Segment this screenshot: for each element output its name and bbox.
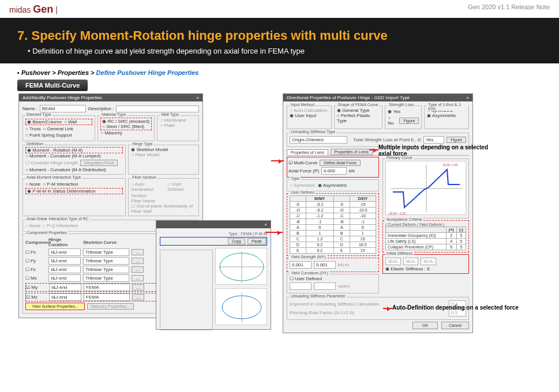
name-label: Name : [22,106,37,111]
axial-force-input[interactable]: 0.000 [321,167,347,175]
tspe-select[interactable]: Yes [423,136,444,144]
tab-jend[interactable]: Properties of J-end [331,149,373,155]
tej-asym[interactable]: Asymmetric [427,113,466,118]
mat-steel[interactable]: Steel / SRC (filled) [102,124,150,129]
tspe-figure-btn[interactable]: Figure [447,137,466,143]
breadcrumb: Pushover > Properties > Define Pushover … [0,63,559,80]
sl-no[interactable]: No [388,115,397,126]
sl-yes[interactable]: Yes [388,109,400,114]
shape-general[interactable]: General Type [337,108,380,113]
type-asym[interactable]: Asymmetric [318,183,347,188]
ami-pmm[interactable]: P-M-M in Status Determination [25,188,123,194]
ami-pm[interactable]: P-M Interaction [43,182,78,187]
svg-text:15.00 / 1.20: 15.00 / 1.20 [442,163,458,167]
interaction-surface [215,288,267,325]
shape-pp[interactable]: Perfect Plastic Type [337,113,380,123]
win-mid-title: × [156,221,271,228]
ok-button[interactable]: OK [412,322,438,329]
page-subtitle: Definition of hinge curve and yield stre… [17,47,542,55]
fema-tag: FEMA Multi-Curve [17,80,88,91]
masonry-btn: Masonry Properties... [87,303,134,310]
yc-ud-chk[interactable]: User Defined [290,276,376,281]
ys-neg[interactable]: 0.001 [314,261,336,269]
def-m-rot[interactable]: Moment - Rotation (M-θ) [25,147,123,153]
page-title: 7. Specify Moment-Rotation hinge propert… [17,28,542,43]
paste-btn[interactable]: Paste [247,238,266,244]
hinge-skel[interactable]: Skeleton Model [131,147,196,152]
define-axial-btn[interactable]: Define Axial Force [320,160,361,166]
arrow-2 [271,160,284,161]
ami-none[interactable]: None [25,182,40,187]
svg-text:-15.00 / -1.20: -15.00 / -1.20 [388,212,406,215]
tab-iend[interactable]: Properties of I-end [287,149,328,155]
ud-table: M/MYD/DY -E-0.2-E-15-D-0.2-D-10.5-C-1.2-… [290,195,376,254]
ust-select[interactable]: Origin-Oriented [290,136,347,144]
comp-Fy[interactable]: Fy [25,258,46,263]
comp-Mz[interactable]: Mz [26,295,47,300]
release-note-label: Gen 2020 v1.1 Release Note [468,3,550,16]
mat-rc[interactable]: RC / SRC (encased) [102,119,150,124]
sl-figure-btn[interactable]: Figure [399,118,419,124]
arrow-1 [265,232,283,233]
interaction-curve [215,248,267,285]
def-m-dist[interactable]: Moment - Curvature (M-θ Distributed) [25,167,123,172]
comp-Mx[interactable]: Mx [25,276,46,281]
copy-btn[interactable]: Copy [228,238,245,244]
elem-truss[interactable]: Truss [25,126,41,131]
primary-curve-chart: -15.00 / -1.20 15.00 / 1.20 [385,161,466,215]
win2-title: Directional Properties of Pushover Hinge… [283,94,472,101]
mat-masonry[interactable]: Masonry [100,130,152,135]
close-icon[interactable]: × [466,95,469,100]
comp-My[interactable]: My [26,285,47,290]
comp-Fx[interactable]: Fx [25,250,46,255]
elem-spring[interactable]: Point Spring Support [25,133,72,138]
logo: midas Gen | [9,3,58,16]
elem-wall[interactable]: Wall [64,119,77,125]
name-input[interactable]: BEAM [40,105,86,112]
annotation-auto-def: Auto-Definition depending on a selected … [392,304,519,311]
ys-pos[interactable]: 0.001 [290,261,312,269]
win1-title: Add/Modify Pushover Hinge Properties× [19,94,202,101]
annotation-multi-inputs: Multiple inputs depending on a selecteda… [378,144,488,157]
input-user[interactable]: User Input [290,113,329,118]
cancel-button[interactable]: Cancel [441,322,469,329]
def-m-lump[interactable]: Moment - Curvature (M-θ Lumped) [25,153,123,159]
is-elastic[interactable]: Elastic Stiffness : E [385,266,466,272]
desc-input[interactable] [116,105,199,112]
close-icon[interactable]: × [196,95,199,100]
desc-label: Description : [88,106,114,111]
yield-surface-btn[interactable]: Yield Surface Properties... [25,303,85,310]
elem-beam[interactable]: Beam/Column [27,119,62,125]
elem-link[interactable]: General Link [43,126,73,131]
multi-curve-chk[interactable]: Multi-Curve [288,160,317,165]
ac-table: (+)(-)Immediate Occupancy (IO)25Life Saf… [385,227,466,250]
comp-Fz[interactable]: Fz [25,267,46,272]
